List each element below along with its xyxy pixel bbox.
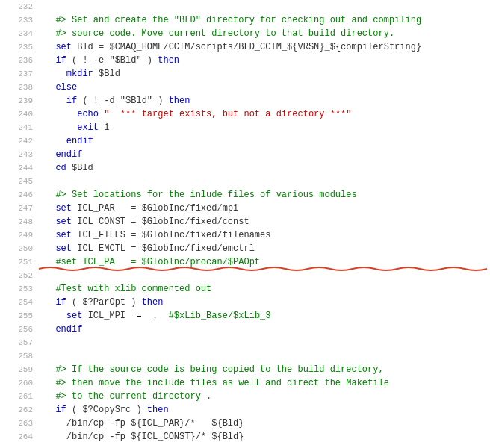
line-content: if ( ! -d "$Bld" ) then <box>45 94 484 108</box>
line-number: 234 <box>6 28 33 40</box>
line-number: 248 <box>6 216 33 228</box>
code-line: 244 cd $Bld <box>0 161 490 175</box>
line-number: 239 <box>6 95 33 108</box>
line-content: #> to the current directory . <box>45 390 484 403</box>
line-content: #> Set locations for the inlude files of… <box>45 188 484 202</box>
line-number: 259 <box>6 364 33 376</box>
line-number: 256 <box>6 323 33 336</box>
code-line: 242 endif <box>0 134 490 148</box>
code-line: 264 /bin/cp -fp ${ICL_CONST}/* ${Bld} <box>0 430 490 444</box>
line-content: set ICL_CONST = $GlobInc/fixed/const <box>45 215 484 228</box>
code-line: 254 if ( $?ParOpt ) then <box>0 296 490 309</box>
line-content <box>45 175 484 188</box>
code-line: 239 if ( ! -d "$Bld" ) then <box>0 94 490 108</box>
line-number: 236 <box>6 55 33 67</box>
line-number: 250 <box>6 243 33 255</box>
code-line: 243 endif <box>0 148 490 161</box>
line-content: echo " *** target exists, but not a dire… <box>45 108 484 121</box>
line-number: 238 <box>6 81 33 94</box>
line-content: if ( $?ParOpt ) then <box>45 296 484 309</box>
line-content <box>45 336 484 349</box>
code-line: 236 if ( ! -e "$Bld" ) then <box>0 54 490 67</box>
line-content: #> source code. Move current directory t… <box>45 27 484 40</box>
line-number: 241 <box>6 122 33 134</box>
code-line: 232 <box>0 0 490 13</box>
highlight-underline <box>39 266 484 272</box>
line-content: #> then move the include files as well a… <box>45 376 484 390</box>
code-line: 241 exit 1 <box>0 121 490 134</box>
line-number: 245 <box>6 175 33 188</box>
line-content: set ICL_MPI = . #$xLib_Base/$xLib_3 <box>45 309 484 323</box>
line-number: 246 <box>6 189 33 202</box>
line-content: /bin/cp -fp ${ICL_PAR}/* ${Bld} <box>45 417 484 430</box>
line-number: 240 <box>6 108 33 121</box>
line-number: 255 <box>6 310 33 323</box>
code-editor: 232 233 #> Set and create the "BLD" dire… <box>0 0 490 448</box>
line-content: #Test with xlib commented out <box>45 282 484 296</box>
line-number: 242 <box>6 135 33 148</box>
code-line: 237 mkdir $Bld <box>0 67 490 81</box>
line-number: 244 <box>6 162 33 175</box>
line-content: #> Set and create the "BLD" directory fo… <box>45 13 484 27</box>
code-line: 255 set ICL_MPI = . #$xLib_Base/$xLib_3 <box>0 309 490 323</box>
code-line: 233 #> Set and create the "BLD" director… <box>0 13 490 27</box>
line-content <box>45 0 484 13</box>
line-content <box>45 349 484 363</box>
line-number: 247 <box>6 202 33 215</box>
line-number: 261 <box>6 391 33 403</box>
line-number: 235 <box>6 41 33 54</box>
line-content: else <box>45 81 484 94</box>
line-number: 264 <box>6 431 33 444</box>
code-line: 249 set ICL_FILES = $GlobInc/fixed/filen… <box>0 228 490 242</box>
line-number: 252 <box>6 270 33 282</box>
line-content: mkdir $Bld <box>45 67 484 81</box>
line-number: 260 <box>6 377 33 390</box>
code-line: 240 echo " *** target exists, but not a … <box>0 108 490 121</box>
line-content: set ICL_EMCTL = $GlobInc/fixed/emctrl <box>45 242 484 255</box>
code-line: 257 <box>0 336 490 349</box>
code-line: 259 #> If the source code is being copie… <box>0 363 490 376</box>
code-line: 238 else <box>0 81 490 94</box>
line-content: if ( $?CopySrc ) then <box>45 403 484 417</box>
line-number: 232 <box>6 1 33 13</box>
code-line: 258 <box>0 349 490 363</box>
line-content: endif <box>45 323 484 336</box>
line-content: endif <box>45 148 484 161</box>
line-content: cd $Bld <box>45 161 484 175</box>
code-line: 250 set ICL_EMCTL = $GlobInc/fixed/emctr… <box>0 242 490 255</box>
line-number: 237 <box>6 68 33 81</box>
code-line: 235 set Bld = $CMAQ_HOME/CCTM/scripts/BL… <box>0 40 490 54</box>
line-number: 257 <box>6 337 33 349</box>
line-number: 243 <box>6 149 33 161</box>
line-content: endif <box>45 134 484 148</box>
line-number: 262 <box>6 404 33 417</box>
line-content: exit 1 <box>45 121 484 134</box>
code-line: 245 <box>0 175 490 188</box>
line-number: 263 <box>6 417 33 430</box>
code-line: 253 #Test with xlib commented out <box>0 282 490 296</box>
line-content: set ICL_PAR = $GlobInc/fixed/mpi <box>45 202 484 215</box>
line-content: #> If the source code is being copied to… <box>45 363 484 376</box>
line-number: 233 <box>6 14 33 27</box>
code-line: 234 #> source code. Move current directo… <box>0 27 490 40</box>
line-number: 251 <box>6 256 33 269</box>
code-line: 263 /bin/cp -fp ${ICL_PAR}/* ${Bld} <box>0 417 490 430</box>
code-line: 260 #> then move the include files as we… <box>0 376 490 390</box>
code-line: 256 endif <box>0 323 490 336</box>
code-line: 247 set ICL_PAR = $GlobInc/fixed/mpi <box>0 202 490 215</box>
line-content: /bin/cp -fp ${ICL_CONST}/* ${Bld} <box>45 430 484 444</box>
line-number: 258 <box>6 350 33 363</box>
line-number: 253 <box>6 283 33 296</box>
line-number: 249 <box>6 229 33 242</box>
line-content: set Bld = $CMAQ_HOME/CCTM/scripts/BLD_CC… <box>45 40 484 54</box>
line-number: 254 <box>6 296 33 309</box>
line-content: set ICL_FILES = $GlobInc/fixed/filenames <box>45 228 484 242</box>
code-line: 262 if ( $?CopySrc ) then <box>0 403 490 417</box>
code-line: 248 set ICL_CONST = $GlobInc/fixed/const <box>0 215 490 228</box>
code-line: 246 #> Set locations for the inlude file… <box>0 188 490 202</box>
line-content: if ( ! -e "$Bld" ) then <box>45 54 484 67</box>
code-line: 261 #> to the current directory . <box>0 390 490 403</box>
